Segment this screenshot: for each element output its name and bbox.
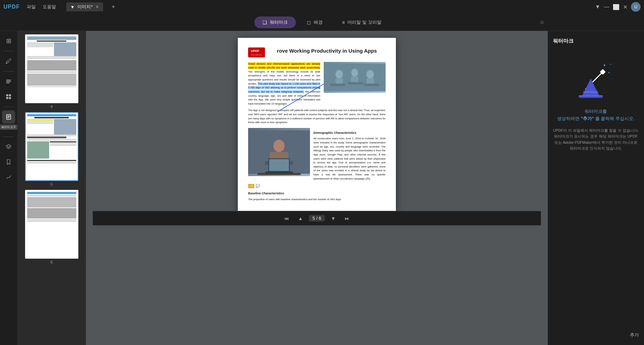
prev-page-button[interactable]: ▲	[295, 214, 306, 223]
updf-logo-badge: UPDF www.updf.com	[248, 47, 265, 57]
page-indicator: 5 / 6	[309, 215, 324, 222]
avatar[interactable]: U	[631, 2, 641, 12]
demo-text: All consecutive users from June 1, 2016 …	[313, 137, 386, 181]
watermark-tab-icon: ❏	[263, 20, 267, 25]
demo-heading: Demographic Characteristics	[313, 131, 386, 136]
para2-section: The App is not designed to compare AR pa…	[248, 108, 386, 125]
sidebar-sep-4	[3, 137, 14, 137]
watermark-desc-line2: 생성하려면	[557, 116, 579, 121]
last-page-button[interactable]: ⏭	[342, 214, 352, 223]
demo-image	[248, 128, 310, 176]
background-tab-label: 배경	[314, 19, 323, 25]
watermark-desc-area: 워터마크를 생성하려면 "추가" 를 클릭해 주십시오.	[557, 105, 634, 122]
svg-rect-9	[7, 117, 10, 117]
page-title: rove Working Productivity in Using Apps	[268, 47, 386, 54]
document-tab[interactable]: ▼ 이미지* ✕	[66, 2, 103, 11]
background-tab-icon: ◻	[307, 20, 311, 25]
thumbnail-4[interactable]: 4	[17, 34, 86, 109]
close-button[interactable]: ✕	[623, 4, 628, 10]
svg-rect-30	[257, 173, 301, 175]
svg-rect-10	[7, 118, 9, 118]
menu-file[interactable]: 파일	[27, 4, 36, 10]
maximize-button[interactable]: ⬜	[613, 4, 620, 10]
watermark-desc-line1: 워터마크를	[585, 109, 607, 114]
thumb-img-5	[25, 112, 78, 181]
para2-text: The App is not designed to compare AR pa…	[248, 108, 386, 125]
left-sidebar: ⊞ 🖊 페이지	[0, 31, 17, 345]
star-favorite-icon[interactable]: ☆	[540, 19, 544, 25]
svg-rect-20	[330, 84, 345, 86]
svg-marker-36	[582, 79, 599, 96]
baseline-header: (35) 💬	[248, 183, 386, 188]
svg-rect-4	[9, 94, 11, 96]
top-bar-right: ▼ — ⬜ ✕ U	[595, 2, 641, 12]
tab-background[interactable]: ◻ 배경	[299, 17, 331, 28]
intro-image	[324, 62, 386, 93]
svg-rect-29	[265, 172, 293, 173]
svg-rect-2	[6, 83, 10, 83]
intro-left-col: Smart devices and internet-based applica…	[248, 62, 320, 106]
add-tab-button[interactable]: +	[112, 3, 115, 11]
app-logo: UPDF	[3, 4, 20, 10]
svg-rect-38	[579, 95, 603, 97]
thumbnail-6[interactable]: 6	[17, 190, 86, 264]
top-bar: UPDF 파일 도움말 ▼ 이미지* ✕ + ▼ — ⬜ ✕ U	[0, 0, 644, 14]
thumbnail-5[interactable]: 5	[17, 112, 86, 186]
sidebar-icon-view[interactable]: ⊞	[2, 34, 15, 47]
watermark-desc-btn: "추가"	[581, 116, 594, 121]
svg-rect-39	[583, 91, 598, 93]
sidebar-icon-page-tool[interactable]: 페이지 도구	[2, 110, 15, 123]
tab-watermark[interactable]: ❏ 워터마크	[254, 17, 296, 28]
watermark-note: UPDF이 이 파일에서 워터마크를 찾을 수 없습니다. 워터마크가 표시되는…	[553, 128, 639, 152]
baseline-text: The proportion of users with baseline ch…	[248, 197, 386, 202]
sidebar-icon-sign[interactable]	[2, 171, 15, 184]
svg-rect-0	[6, 80, 11, 80]
intro-text: Smart devices and internet-based applica…	[248, 62, 320, 106]
watermark-panel-title: 워터마크	[553, 38, 574, 44]
thumb-num-6: 6	[51, 260, 53, 264]
dropdown-arrow-icon[interactable]: ▼	[595, 4, 600, 10]
demo-text-col: Demographic Characteristics All consecut…	[313, 128, 386, 181]
first-page-button[interactable]: ⏮	[281, 214, 292, 223]
header-footer-tab-icon: ≡	[342, 20, 345, 25]
bottom-navigation: ⏮ ▲ 5 / 6 ▼ ⏭	[93, 211, 541, 225]
svg-point-24	[274, 140, 285, 152]
minimize-button[interactable]: —	[604, 4, 609, 10]
tab-arrow: ▼	[70, 4, 75, 10]
updf-logo-sub: www.updf.com	[251, 54, 262, 56]
tab-header-footer[interactable]: ≡ 머리말 및 꼬리말	[334, 17, 389, 28]
add-button[interactable]: 추가	[630, 332, 639, 337]
svg-text:✦: ✦	[610, 63, 611, 65]
updf-logo-text: UPDF	[251, 49, 259, 53]
thumbnail-panel: 4	[17, 31, 86, 345]
pdf-page: UPDF www.updf.com rove Working Productiv…	[238, 38, 396, 211]
sidebar-sep-2	[3, 71, 14, 72]
sidebar-icon-edit[interactable]	[2, 75, 15, 88]
magic-hat-area: ✦ ✦ ✦	[575, 58, 617, 99]
next-page-button[interactable]: ▼	[328, 214, 338, 223]
sidebar-icon-annotate[interactable]: 🖊	[2, 55, 15, 68]
demo-image-col	[248, 128, 310, 181]
sidebar-icon-bookmark[interactable]	[2, 155, 15, 169]
baseline-heading: Baseline Characteristics	[248, 191, 386, 196]
add-button-area: 추가	[630, 325, 639, 338]
svg-point-18	[366, 70, 374, 78]
thumb-img-6	[25, 190, 78, 259]
toolbar-container: ❏ 워터마크 ◻ 배경 ≡ 머리말 및 꼬리말 ☆	[0, 14, 644, 31]
sidebar-sep-1	[3, 51, 14, 51]
right-panel: 워터마크 ✦ ✦ ✦	[548, 31, 644, 345]
tab-close-button[interactable]: ✕	[96, 4, 99, 9]
menu-help[interactable]: 도움말	[43, 4, 56, 10]
svg-text:✦: ✦	[603, 63, 606, 68]
header-footer-tab-label: 머리말 및 꼬리말	[347, 19, 381, 25]
main-area: ⊞ 🖊 페이지	[0, 31, 644, 345]
svg-rect-21	[348, 82, 363, 84]
watermark-desc: 워터마크를 생성하려면 "추가" 를 클릭해 주십시오.	[557, 108, 634, 122]
sidebar-icon-layers[interactable]	[2, 140, 15, 153]
toolbar: ❏ 워터마크 ◻ 배경 ≡ 머리말 및 꼬리말	[253, 14, 391, 31]
thumb-num-5: 5	[51, 182, 53, 186]
intro-right-col	[324, 62, 386, 106]
intro-section: Smart devices and internet-based applica…	[248, 62, 386, 106]
sidebar-icon-organize[interactable]	[2, 90, 15, 103]
svg-rect-1	[6, 81, 11, 82]
